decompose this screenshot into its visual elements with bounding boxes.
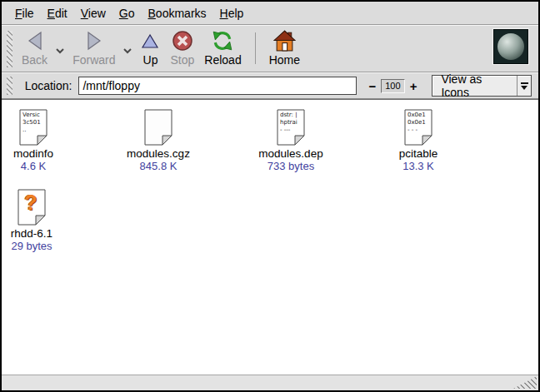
zoom-level-indicator: 100 (381, 79, 405, 93)
zoom-out-button[interactable]: − (363, 79, 381, 93)
stop-icon (172, 29, 193, 52)
file-size: 845.8 K (112, 160, 204, 172)
home-icon (273, 29, 296, 52)
back-history-dropdown[interactable] (52, 42, 68, 57)
file-name: pcitable (377, 147, 460, 160)
file-size: 29 bytes (2, 240, 62, 252)
toolbar-separator (255, 32, 256, 64)
text-document-icon: Versic 3c501 .. (19, 109, 48, 146)
menu-view[interactable]: View (74, 4, 112, 22)
status-bar (2, 375, 538, 390)
throbber[interactable] (493, 29, 528, 64)
menubar: File Edit View Go Bookmarks Help (2, 2, 538, 24)
up-triangle-icon (140, 29, 160, 52)
file-icon-view[interactable]: Versic 3c501 .. modinfo 4.6 K modules.cg… (2, 99, 538, 375)
chevron-down-icon (122, 47, 132, 54)
file-item-modinfo[interactable]: Versic 3c501 .. modinfo 4.6 K (2, 109, 65, 172)
reload-icon (212, 29, 233, 52)
file-item-rhdd[interactable]: ? rhdd-6.1 29 bytes (2, 189, 62, 252)
zoom-in-button[interactable]: + (405, 79, 422, 93)
file-size: 733 bytes (245, 160, 337, 172)
stop-button[interactable]: Stop (165, 29, 199, 67)
file-item-pcitable[interactable]: 0x0e1 0x0e1 - - - pcitable 13.3 K (377, 109, 460, 172)
forward-arrow-icon (84, 29, 104, 52)
location-input[interactable] (78, 77, 357, 95)
view-mode-label: View as Icons (432, 76, 517, 96)
menu-file[interactable]: File (8, 4, 41, 22)
dropdown-arrow-icon[interactable] (517, 76, 531, 96)
text-document-icon: 0x0e1 0x0e1 - - - (404, 109, 432, 146)
file-name: modules.cgz (112, 147, 204, 160)
reload-button[interactable]: Reload (199, 29, 246, 67)
file-name: modules.dep (245, 147, 337, 160)
location-label: Location: (25, 79, 72, 92)
back-arrow-icon (25, 29, 45, 52)
toolbar: Back Forward Up (2, 26, 538, 72)
file-item-modules-cgz[interactable]: modules.cgz 845.8 K (112, 109, 204, 172)
file-item-modules-dep[interactable]: dstr: | hptrai - --- modules.dep 733 byt… (245, 109, 337, 172)
blank-document-icon (144, 109, 172, 146)
back-button[interactable]: Back (17, 29, 52, 67)
file-manager-window: File Edit View Go Bookmarks Help Back Fo… (0, 0, 540, 392)
menu-bookmarks[interactable]: Bookmarks (142, 4, 213, 22)
file-size: 4.6 K (2, 160, 65, 172)
chevron-down-icon (55, 47, 65, 54)
file-name: rhdd-6.1 (2, 227, 62, 240)
resize-grip[interactable] (513, 376, 537, 389)
text-document-icon: dstr: | hptrai - --- (277, 109, 305, 146)
question-mark-icon: ? (18, 191, 44, 215)
location-bar: Location: − 100 + View as Icons (2, 73, 538, 98)
menu-go[interactable]: Go (112, 4, 142, 22)
forward-button[interactable]: Forward (68, 29, 120, 67)
menu-edit[interactable]: Edit (41, 4, 74, 22)
file-name: modinfo (2, 147, 65, 160)
unknown-document-icon: ? (18, 189, 46, 226)
toolbar-grip-handle[interactable] (7, 31, 12, 67)
file-size: 13.3 K (377, 160, 460, 172)
up-button[interactable]: Up (135, 29, 165, 67)
forward-history-dropdown[interactable] (120, 42, 135, 57)
menu-help[interactable]: Help (213, 4, 251, 22)
throbber-sphere-icon (498, 33, 524, 60)
location-bar-grip-handle[interactable] (7, 77, 12, 95)
home-button[interactable]: Home (264, 29, 305, 67)
view-mode-dropdown[interactable]: View as Icons (432, 75, 532, 97)
